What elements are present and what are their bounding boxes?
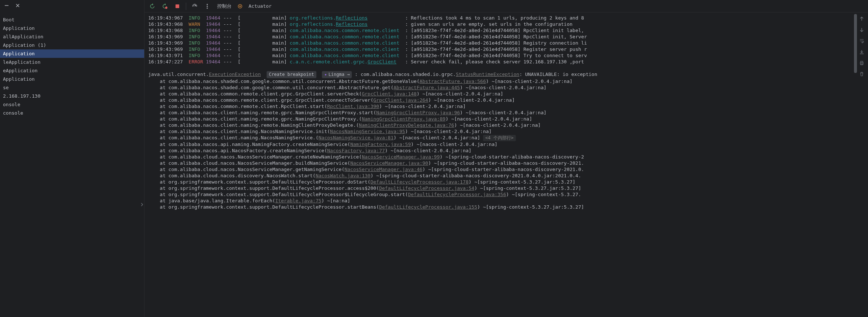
source-link[interactable]: DefaultLifecycleProcessor.java:155 — [379, 204, 477, 210]
run-config-item[interactable]: Application — [0, 49, 144, 58]
source-link[interactable]: DefaultLifecycleProcessor.java:356 — [408, 192, 506, 197]
run-config-item[interactable]: onsole — [0, 100, 144, 109]
vertical-scrollbar[interactable] — [853, 13, 857, 317]
stack-frame: at com.alibaba.cloud.nacos.NacosServiceM… — [148, 166, 868, 173]
log-line: 16:19:43:968 INFO 19464 --- [ main] com.… — [148, 27, 868, 34]
create-breakpoint-badge[interactable]: Create breakpoint — [267, 71, 316, 78]
run-config-item[interactable]: leApplication — [0, 58, 144, 66]
stack-frame: at com.alibaba.nacos.client.naming.Nacos… — [148, 128, 868, 135]
source-link[interactable]: AbstractFuture.java:445 — [393, 85, 460, 90]
log-line: 16:19:43:967 INFO 19464 --- [ main] org.… — [148, 15, 868, 21]
scrollbar-thumb[interactable] — [854, 14, 857, 73]
source-link[interactable]: NamingFactory.java:59 — [350, 142, 411, 147]
svg-point-4 — [207, 7, 208, 8]
run-config-item[interactable]: se — [0, 83, 144, 92]
trash-icon[interactable] — [859, 72, 866, 78]
soft-wrap-icon[interactable] — [859, 38, 866, 45]
source-link[interactable]: GrpcClient.java:148 — [362, 91, 417, 97]
stack-frame: at org.springframework.context.support.D… — [148, 185, 868, 191]
run-config-item[interactable]: Application (1) — [0, 41, 144, 49]
toolbar-separator — [186, 3, 186, 10]
source-link[interactable]: NamingGrpcClientProxy.java:89 — [362, 116, 445, 122]
stack-frame: at com.alibaba.cloud.nacos.discovery.Nac… — [148, 173, 868, 179]
arrow-down-icon[interactable] — [859, 27, 866, 34]
rerun-icon[interactable] — [148, 2, 156, 10]
stack-frame: at org.springframework.context.support.D… — [148, 204, 868, 210]
source-link[interactable]: NacosNamingService.java:81 — [319, 135, 394, 140]
run-config-item[interactable]: 2.168.197.130 — [0, 92, 144, 100]
stack-frame: at com.alibaba.nacos.common.remote.clien… — [148, 91, 868, 97]
exception-link[interactable]: ExecutionException — [209, 72, 261, 77]
expand-chevron-icon[interactable] — [140, 202, 144, 207]
stack-frame: at org.springframework.context.support.D… — [148, 191, 868, 198]
stack-frame: at com.alibaba.nacos.client.naming.remot… — [148, 116, 868, 122]
minus-icon[interactable] — [4, 3, 10, 8]
print-icon[interactable] — [859, 60, 866, 67]
exception-link[interactable]: StatusRuntimeException — [456, 72, 519, 77]
more-icon[interactable] — [203, 2, 211, 10]
run-config-item[interactable]: allApplication — [0, 32, 144, 41]
svg-rect-8 — [861, 61, 863, 62]
tab-actuator[interactable]: Actuator — [247, 3, 273, 9]
run-config-item[interactable]: Boot — [0, 15, 144, 24]
lingma-badge[interactable]: ✦Lingma → — [322, 71, 352, 78]
stack-frame: at org.springframework.context.support.D… — [148, 179, 868, 185]
exception-line: java.util.concurrent.ExecutionException … — [148, 71, 868, 78]
source-link[interactable]: NacosServiceManager.java:90 — [350, 160, 428, 166]
performance-icon[interactable] — [191, 2, 199, 10]
log-line: 16:19:47:227 ERROR 19464 --- [ main] c.a… — [148, 59, 868, 65]
source-link[interactable]: GrpcClient.java:264 — [373, 97, 428, 103]
log-line: 16:19:43:971 INFO 19464 --- [ main] com.… — [148, 52, 868, 59]
rerun-debug-icon[interactable] — [161, 2, 169, 10]
svg-point-2 — [207, 4, 208, 5]
stack-frame: at com.alibaba.nacos.client.naming.Nacos… — [148, 135, 868, 141]
source-link[interactable]: DefaultLifecycleProcessor.java:54 — [379, 185, 474, 191]
stack-frame: at com.alibaba.nacos.common.remote.clien… — [148, 97, 868, 103]
log-line: 16:19:43:968 WARN 19464 --- [ main] org.… — [148, 21, 868, 27]
tab-console[interactable]: 控制台 — [216, 3, 233, 10]
console-output[interactable]: 16:19:43:967 INFO 19464 --- [ main] org.… — [145, 13, 868, 317]
source-link[interactable]: NacosNamingService.java:95 — [330, 129, 405, 134]
run-config-item[interactable]: Application — [0, 75, 144, 83]
svg-rect-1 — [176, 4, 179, 8]
stack-frame: at com.alibaba.cloud.nacos.NacosServiceM… — [148, 154, 868, 160]
svg-point-6 — [239, 6, 241, 7]
source-link[interactable]: NamingGrpcClientProxy.java:96 — [376, 110, 460, 115]
stack-frame: at com.alibaba.nacos.common.remote.clien… — [148, 103, 868, 109]
source-link[interactable]: NacosServiceManager.java:46 — [344, 167, 422, 172]
stack-frame: at java.base/java.lang.Iterable.forEach(… — [148, 198, 868, 204]
stack-frame: at com.alibaba.nacos.client.naming.remot… — [148, 109, 868, 116]
source-link[interactable]: RpcClient.java:390 — [327, 104, 379, 109]
actuator-icon — [237, 4, 243, 9]
console-toolbar: 控制台 Actuator — [145, 0, 868, 13]
source-link[interactable]: Iterable.java:75 — [275, 198, 321, 203]
svg-point-0 — [165, 7, 167, 9]
source-link[interactable]: DefaultLifecycleProcessor.java:178 — [371, 179, 469, 185]
source-link[interactable]: NacosFactory.java:77 — [327, 148, 385, 153]
stop-icon[interactable] — [173, 2, 181, 10]
stack-frame: at com.alibaba.nacos.shaded.com.google.c… — [148, 78, 868, 84]
inline-frames-badge[interactable]: <4 个内部行> — [483, 135, 516, 141]
sidebar: BootApplicationallApplicationApplication… — [0, 0, 145, 317]
log-line: 16:19:43:969 INFO 19464 --- [ main] com.… — [148, 46, 868, 52]
stack-frame: at com.alibaba.cloud.nacos.NacosServiceM… — [148, 160, 868, 166]
source-link[interactable]: NacosWatch.java:130 — [316, 173, 371, 178]
source-link[interactable]: NamingClientProxyDelegate.java:76 — [359, 122, 454, 128]
log-line: 16:19:43:969 INFO 19464 --- [ main] com.… — [148, 40, 868, 46]
stack-frame: at com.alibaba.nacos.client.naming.remot… — [148, 122, 868, 128]
run-config-item[interactable]: Application — [0, 24, 144, 32]
scroll-to-end-icon[interactable] — [859, 49, 866, 56]
source-link[interactable]: NacosServiceManager.java:99 — [362, 154, 440, 160]
run-config-tree: BootApplicationallApplicationApplication… — [0, 11, 144, 117]
console-gutter — [857, 13, 868, 78]
stack-frame: at com.alibaba.nacos.shaded.com.google.c… — [148, 84, 868, 91]
source-link[interactable]: AbstractFuture.java:566 — [420, 79, 486, 84]
run-config-item[interactable]: console — [0, 109, 144, 117]
svg-point-3 — [207, 6, 208, 7]
main-panel: 控制台 Actuator 16:19:43:967 INFO 19464 ---… — [145, 0, 868, 317]
stack-frame: at com.alibaba.nacos.api.NacosFactory.cr… — [148, 147, 868, 154]
arrow-up-icon[interactable] — [859, 16, 866, 23]
run-config-item[interactable]: eApplication — [0, 66, 144, 75]
close-icon[interactable] — [15, 3, 21, 8]
log-line: 16:19:43:969 INFO 19464 --- [ main] com.… — [148, 34, 868, 40]
